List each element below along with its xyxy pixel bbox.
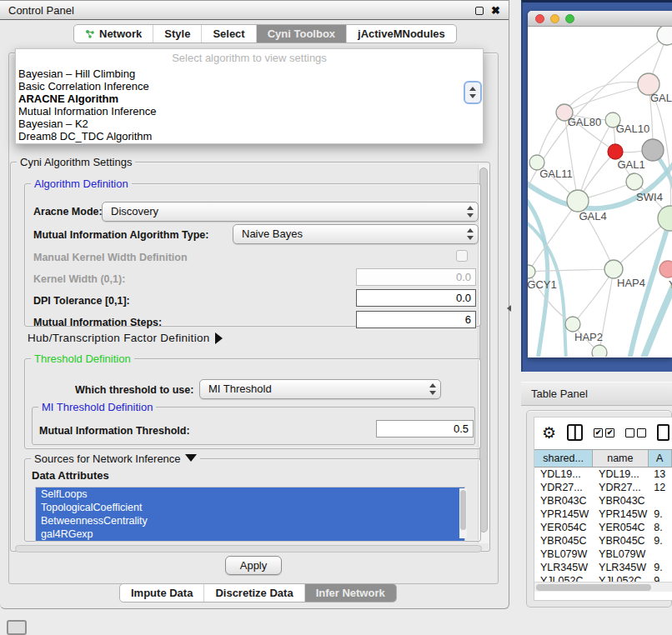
tab-style-label: Style — [164, 25, 190, 43]
tab-infer-network[interactable]: Infer Network — [304, 584, 396, 602]
mi-algorithm-type-select[interactable]: Naive Bayes — [233, 224, 479, 244]
which-threshold-label: Which threshold to use: — [75, 384, 193, 396]
zoom-traffic-light-icon[interactable] — [565, 14, 574, 23]
network-node[interactable] — [528, 265, 535, 278]
network-node[interactable] — [592, 345, 607, 357]
network-node[interactable] — [657, 27, 672, 45]
tab-network[interactable]: Network — [74, 25, 153, 42]
control-panel-titlebar: Control Panel ✖ — [0, 1, 509, 20]
network-node-label: GAL80 — [568, 116, 601, 128]
scrollbar-thumb[interactable] — [536, 584, 651, 591]
algorithm-dropdown-items: Bayesian – Hill ClimbingBasic Correlatio… — [16, 68, 483, 142]
tab-select[interactable]: Select — [201, 25, 255, 42]
table-cell: YBL079W — [593, 548, 648, 561]
table-row[interactable]: YBR043CYBR043C — [534, 494, 672, 508]
column-header-partial[interactable]: A — [649, 450, 672, 467]
network-node-label: GAL — [650, 92, 672, 104]
network-node[interactable] — [567, 190, 589, 212]
spinner-arrows-icon — [469, 87, 477, 98]
spinner-arrows-icon — [467, 228, 474, 240]
tab-select-label: Select — [213, 25, 244, 43]
table-cell: YDR27... — [534, 481, 593, 494]
panel-divider-collapse-handle[interactable] — [507, 305, 511, 312]
threshold-definition-group: Threshold Definition Which threshold to … — [24, 358, 481, 449]
attributes-list-scrollbar[interactable] — [459, 488, 467, 538]
network-canvas[interactable]: GALGAL80GAL10GAL1GAL11SWI4GAL4GCY1HAP4YH… — [528, 27, 672, 357]
algorithm-option[interactable]: Dream8 DC_TDC Algorithm — [16, 130, 483, 142]
data-attribute-option[interactable]: TopologicalCoefficient — [36, 501, 464, 514]
sources-group-label[interactable]: Sources for Network Inference — [31, 452, 200, 465]
settings-horizontal-scrollbar[interactable] — [15, 545, 482, 552]
unchecked-columns-icon[interactable] — [625, 428, 646, 438]
dpi-tolerance-label: DPI Tolerance [0,1]: — [33, 295, 130, 307]
hub-tf-definition-toggle[interactable]: Hub/Transcription Factor Definition — [28, 332, 223, 344]
column-header-name[interactable]: name — [593, 450, 648, 467]
table-row[interactable]: YBL079WYBL079W — [534, 548, 672, 561]
covered-combobox-spinner[interactable] — [464, 81, 482, 104]
checked-columns-icon[interactable]: ✔✔ — [594, 428, 614, 438]
table-horizontal-scrollbar[interactable] — [534, 582, 672, 592]
algorithm-option[interactable]: Bayesian – K2 — [16, 118, 483, 130]
network-node[interactable] — [608, 144, 623, 159]
page-icon[interactable] — [657, 424, 669, 441]
close-traffic-light-icon[interactable] — [535, 14, 544, 23]
network-node[interactable] — [565, 317, 580, 332]
network-node-label: GAL11 — [539, 168, 573, 180]
network-node[interactable] — [604, 260, 623, 278]
network-node[interactable] — [626, 173, 643, 190]
hub-tf-definition-label: Hub/Transcription Factor Definition — [28, 332, 210, 344]
data-attribute-option[interactable]: BetweennessCentrality — [36, 514, 464, 528]
aracne-mode-select[interactable]: Discovery — [102, 202, 479, 222]
column-header-shared-name[interactable]: shared... — [534, 450, 593, 467]
tab-cyni-toolbox[interactable]: Cyni Toolbox — [256, 25, 346, 42]
table-cell: 12 — [648, 481, 672, 494]
table-cell: YLR345W — [593, 561, 648, 574]
algorithm-option[interactable]: ARACNE Algorithm — [16, 92, 483, 105]
data-attribute-option[interactable]: gal4RGexp — [36, 528, 464, 541]
control-panel-title: Control Panel — [8, 4, 74, 17]
data-attributes-list: SelfLoopsTopologicalCoefficientBetweenne… — [35, 487, 465, 542]
tab-cyni-toolbox-label: Cyni Toolbox — [268, 25, 335, 43]
table-toolbar: ⚙ ✔✔ — [534, 418, 672, 448]
manual-kernel-label: Manual Kernel Width Definition — [33, 252, 188, 263]
network-node-label: GAL10 — [616, 122, 649, 135]
table-row[interactable]: YDR27...YDR27...12 — [534, 481, 672, 494]
table-area: ⚙ ✔✔ shared... name A YDL19...YDL19...13… — [534, 417, 672, 601]
minimize-traffic-light-icon[interactable] — [550, 14, 559, 23]
scrollbar-thumb[interactable] — [460, 490, 466, 530]
tab-discretize-data[interactable]: Discretize Data — [203, 584, 303, 602]
algorithm-dropdown-list: Select algorithm to view settings Bayesi… — [15, 48, 484, 144]
which-threshold-select[interactable]: MI Threshold — [199, 379, 441, 399]
table-row[interactable]: YBR045CYBR045C9. — [534, 534, 672, 548]
tab-jactivemnodules[interactable]: jActiveMNodules — [346, 25, 456, 42]
gear-icon[interactable]: ⚙ — [542, 425, 556, 441]
apply-button[interactable]: Apply — [225, 556, 282, 575]
network-node[interactable] — [642, 139, 664, 161]
tab-impute-data[interactable]: Impute Data — [120, 584, 203, 602]
table-row[interactable]: YDL19...YDL19...13 — [534, 468, 672, 481]
threshold-definition-label: Threshold Definition — [31, 352, 134, 365]
dpi-tolerance-input[interactable]: 0.0 — [356, 289, 476, 307]
manual-kernel-checkbox[interactable] — [456, 250, 468, 262]
table-cell: YBR045C — [534, 534, 593, 548]
mi-threshold-input[interactable]: 0.5 — [376, 420, 474, 438]
close-icon[interactable]: ✖ — [491, 4, 500, 17]
spinner-arrows-icon — [467, 206, 474, 218]
split-columns-icon[interactable] — [567, 424, 583, 441]
minimized-panel-icon[interactable] — [7, 620, 27, 635]
tab-style[interactable]: Style — [153, 25, 201, 42]
kernel-width-input[interactable]: 0.0 — [356, 268, 476, 286]
table-row[interactable]: YER054CYER054C8. — [534, 521, 672, 534]
algorithm-option[interactable]: Bayesian – Hill Climbing — [16, 68, 483, 80]
aracne-mode-label: Aracne Mode: — [33, 206, 103, 218]
data-attribute-option[interactable]: SelfLoops — [36, 488, 464, 501]
mi-steps-input[interactable]: 6 — [356, 311, 476, 328]
algorithm-option[interactable]: Basic Correlation Inference — [16, 80, 483, 92]
table-cell: YBR045C — [593, 534, 648, 548]
network-node[interactable] — [659, 261, 672, 278]
table-panel-title: Table Panel — [531, 388, 588, 400]
algorithm-option[interactable]: Mutual Information Inference — [16, 105, 483, 118]
float-window-icon[interactable] — [475, 7, 484, 15]
table-row[interactable]: YPR145WYPR145W9. — [534, 508, 672, 521]
table-row[interactable]: YLR345WYLR345W9. — [534, 561, 672, 574]
